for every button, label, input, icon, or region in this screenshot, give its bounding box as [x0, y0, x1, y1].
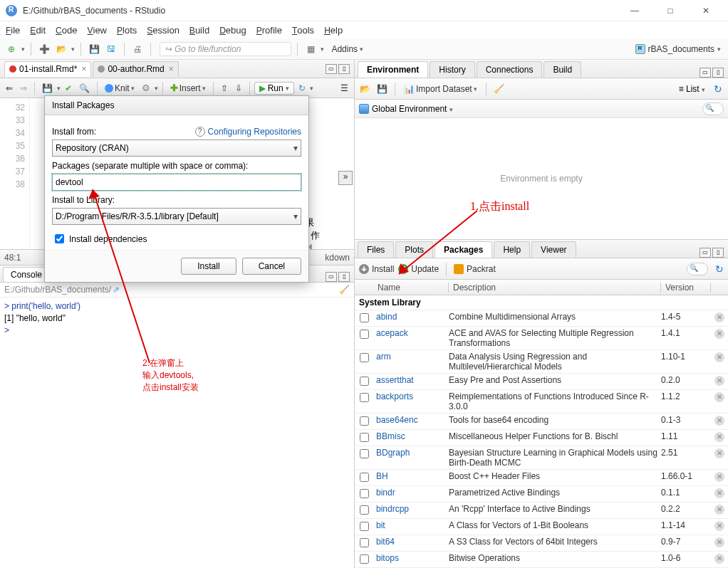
- pkg-remove-icon[interactable]: ✕: [711, 391, 728, 402]
- close-button[interactable]: ✕: [695, 6, 717, 16]
- pkg-name-link[interactable]: base64enc: [373, 415, 449, 425]
- pkg-name-link[interactable]: arm: [373, 352, 449, 362]
- pkg-remove-icon[interactable]: ✕: [711, 471, 728, 482]
- install-confirm-button[interactable]: Install: [181, 258, 236, 275]
- maximize-button[interactable]: □: [660, 6, 681, 16]
- pkg-name-link[interactable]: bindr: [373, 488, 449, 498]
- save-all-icon[interactable]: 🖫: [104, 42, 118, 56]
- tab-00-author[interactable]: 00-author.Rmd ×: [93, 61, 178, 77]
- env-scope[interactable]: Global Environment ▾: [372, 104, 453, 114]
- pkg-checkbox[interactable]: [360, 554, 369, 564]
- new-project-icon[interactable]: ➕: [37, 42, 51, 56]
- clear-env-icon[interactable]: 🧹: [492, 82, 506, 96]
- pkg-checkbox[interactable]: [360, 393, 369, 402]
- pkg-remove-icon[interactable]: ✕: [711, 375, 728, 386]
- minimize-pane-icon[interactable]: ▭: [326, 272, 337, 282]
- pkg-name-link[interactable]: bit: [373, 520, 449, 530]
- close-icon[interactable]: ×: [169, 64, 174, 74]
- publish-icon[interactable]: ↻: [296, 83, 308, 94]
- menu-help[interactable]: Help: [324, 25, 343, 36]
- save-icon[interactable]: 💾: [87, 42, 101, 56]
- next-chunk-icon[interactable]: ⇩: [232, 83, 245, 94]
- pkg-remove-icon[interactable]: ✕: [711, 520, 728, 531]
- maximize-pane-icon[interactable]: ▯: [712, 248, 724, 258]
- cancel-button[interactable]: Cancel: [242, 258, 301, 275]
- pkg-search-input[interactable]: [687, 263, 708, 275]
- back-icon[interactable]: ⇐: [3, 83, 16, 94]
- forward-icon[interactable]: ⇒: [17, 83, 30, 94]
- list-view-toggle[interactable]: ≡ List ▾: [679, 84, 705, 94]
- pkg-name-link[interactable]: bitops: [373, 553, 449, 563]
- tab-viewer[interactable]: Viewer: [531, 241, 576, 258]
- pkg-remove-icon[interactable]: ✕: [711, 537, 728, 547]
- path-arrow-icon[interactable]: ⇗: [113, 285, 120, 295]
- menu-tools[interactable]: Tools: [292, 25, 314, 36]
- pkg-checkbox[interactable]: [360, 505, 369, 515]
- load-icon[interactable]: 📂: [358, 82, 372, 96]
- pkg-checkbox[interactable]: [360, 330, 369, 339]
- menu-file[interactable]: File: [6, 25, 20, 36]
- pkg-name-link[interactable]: assertthat: [373, 375, 449, 385]
- maximize-pane-icon[interactable]: ▯: [712, 68, 724, 78]
- menu-edit[interactable]: Edit: [30, 25, 46, 36]
- packrat-button[interactable]: Packrat: [454, 264, 496, 274]
- pkg-name-link[interactable]: bindrcpp: [373, 504, 449, 514]
- menu-debug[interactable]: Debug: [219, 25, 246, 36]
- insert-button[interactable]: ✚Insert ▾: [167, 82, 209, 94]
- pkg-name-link[interactable]: acepack: [373, 328, 449, 338]
- find-icon[interactable]: 🔍: [76, 83, 93, 94]
- pkg-name-link[interactable]: BDgraph: [373, 448, 449, 458]
- menu-code[interactable]: Code: [56, 25, 77, 36]
- tab-connections[interactable]: Connections: [477, 61, 543, 78]
- tab-packages[interactable]: Packages: [435, 241, 492, 258]
- pkg-checkbox[interactable]: [360, 449, 369, 458]
- pkg-checkbox[interactable]: [360, 377, 369, 386]
- tab-history[interactable]: History: [430, 61, 474, 78]
- pkg-checkbox[interactable]: [360, 538, 369, 547]
- pkg-checkbox[interactable]: [360, 489, 369, 498]
- pkg-remove-icon[interactable]: ✕: [711, 352, 728, 362]
- outline-icon[interactable]: ☰: [338, 83, 351, 94]
- pkg-remove-icon[interactable]: ✕: [711, 488, 728, 498]
- pkg-checkbox[interactable]: [360, 473, 369, 482]
- close-icon[interactable]: ×: [81, 64, 86, 74]
- install-button[interactable]: Install: [359, 264, 394, 274]
- refresh-icon[interactable]: ↻: [715, 263, 724, 275]
- tab-environment[interactable]: Environment: [358, 61, 428, 78]
- pkg-remove-icon[interactable]: ✕: [711, 448, 728, 458]
- library-select[interactable]: D:/Program Files/R/R-3.5.1/library [Defa…: [52, 208, 301, 225]
- console-body[interactable]: > print('hello, world') [1] "hello, worl…: [0, 298, 354, 568]
- spellcheck-icon[interactable]: ✔: [62, 83, 75, 94]
- print-icon[interactable]: 🖨: [130, 42, 145, 56]
- tab-01-install[interactable]: 01-install.Rmd* ×: [4, 61, 91, 77]
- pkg-remove-icon[interactable]: ✕: [711, 415, 728, 426]
- menu-build[interactable]: Build: [189, 25, 209, 36]
- pkg-remove-icon[interactable]: ✕: [711, 553, 728, 564]
- configure-repos-link[interactable]: ?Configuring Repositories: [195, 127, 301, 137]
- minimize-pane-icon[interactable]: ▭: [700, 248, 711, 258]
- pkg-remove-icon[interactable]: ✕: [711, 504, 728, 515]
- pkg-name-link[interactable]: abind: [373, 312, 449, 322]
- maximize-pane-icon[interactable]: ▯: [338, 272, 350, 282]
- pkg-checkbox[interactable]: [360, 416, 369, 426]
- run-button[interactable]: ▶Run ▾: [254, 82, 294, 95]
- new-file-icon[interactable]: ⊕: [4, 42, 19, 56]
- import-dataset-button[interactable]: 📊 Import Dataset ▾: [401, 83, 480, 95]
- goto-input[interactable]: ↪ Go to file/function: [160, 42, 291, 56]
- minimize-pane-icon[interactable]: ▭: [700, 68, 711, 78]
- tab-plots[interactable]: Plots: [395, 241, 433, 258]
- save-icon[interactable]: 💾: [39, 83, 56, 94]
- pkg-remove-icon[interactable]: ✕: [711, 312, 728, 322]
- update-button[interactable]: Update: [398, 264, 439, 274]
- prev-chunk-icon[interactable]: ⇧: [218, 83, 231, 94]
- clear-console-icon[interactable]: 🧹: [339, 285, 350, 295]
- tab-build[interactable]: Build: [544, 61, 581, 78]
- gear-icon[interactable]: ⚙: [139, 82, 153, 94]
- menu-view[interactable]: View: [87, 25, 107, 36]
- grid-icon[interactable]: ▦: [303, 42, 318, 56]
- pkg-list[interactable]: System Library abind Combine Multidimens…: [355, 295, 728, 568]
- menu-profile[interactable]: Profile: [256, 25, 282, 36]
- refresh-icon[interactable]: ↻: [711, 82, 725, 96]
- chunk-expand-icon[interactable]: »: [338, 171, 353, 185]
- pkg-name-link[interactable]: BH: [373, 471, 449, 481]
